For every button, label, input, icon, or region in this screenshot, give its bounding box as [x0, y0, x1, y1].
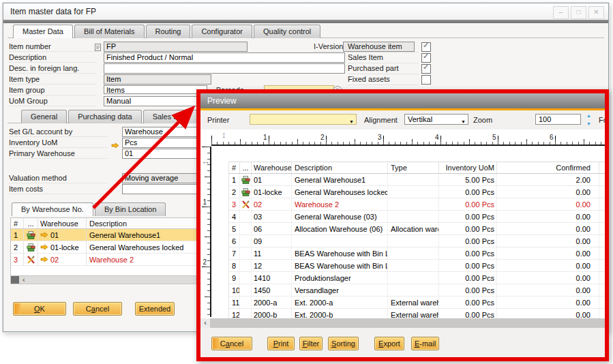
- column-header[interactable]: ...: [240, 162, 252, 173]
- warehouse-code: 03: [252, 211, 292, 222]
- item-type-field[interactable]: Item: [104, 74, 211, 85]
- link-arrow-icon[interactable]: [40, 243, 48, 252]
- warehouse-row[interactable]: 201-lockeGeneral Warehouses locked: [11, 241, 200, 254]
- tab-by-bin-location[interactable]: By Bin Location: [95, 202, 166, 216]
- checkbox[interactable]: [421, 64, 431, 74]
- description-label: Description: [9, 53, 96, 63]
- preview-table-row[interactable]: 812BEAS Warehouse with Bin Location0.00 …: [229, 260, 605, 272]
- close-button[interactable]: ✕: [588, 6, 604, 19]
- empty-icon: [240, 284, 252, 296]
- tab-sales-data[interactable]: Sales data: [143, 110, 198, 123]
- row-number: 2: [229, 186, 240, 198]
- ruler-tick-label: 2: [320, 134, 325, 141]
- column-header[interactable]: Warehouse: [38, 218, 87, 228]
- zoom-spinner[interactable]: [586, 114, 594, 125]
- ruler-tick-label: 3: [378, 134, 382, 141]
- checkbox[interactable]: [421, 42, 431, 52]
- preview-table-row[interactable]: 91410Produktionslager0.00 Pcs0.00: [229, 272, 605, 284]
- checkbox[interactable]: [421, 75, 431, 85]
- tab-quality-control[interactable]: Quality control: [254, 25, 320, 38]
- column-header[interactable]: #: [11, 218, 24, 228]
- preview-table-row[interactable]: 506Allocation Warehouse (06)Allocation w…: [229, 223, 605, 235]
- column-header[interactable]: ...: [24, 218, 38, 228]
- warehouse-row[interactable]: 101General Warehouse1: [11, 229, 200, 241]
- sorting-button[interactable]: Sorting: [328, 337, 359, 350]
- preview-table-row[interactable]: 122000-bExt. 2000-bExternal warehous0.00…: [229, 309, 605, 318]
- cancel-button[interactable]: Cancel: [211, 337, 252, 350]
- preview-table-body: 101General Warehouse15.00 Pcs2.00201-loc…: [229, 174, 605, 318]
- filter-button[interactable]: Filter: [299, 337, 323, 350]
- resize-vertical-icon[interactable]: ↕: [222, 130, 226, 140]
- preview-table-row[interactable]: 101450Versandlager0.00 Pcs0.00: [229, 284, 605, 297]
- item-group-select[interactable]: Items: [104, 85, 207, 94]
- preview-table-header: #...WarehouseDescriptionTypeInventory Uo…: [229, 162, 605, 174]
- preview-table-row[interactable]: 302Warehouse 20.00 Pcs0.00: [229, 198, 605, 211]
- warehouse-description: Warehouse 2: [87, 254, 200, 265]
- confirmed-value: 0.00: [497, 297, 599, 308]
- warehouse-description: Ext. 2000-a: [292, 297, 388, 308]
- warehouse-code: 1450: [252, 284, 292, 296]
- preview-table-row[interactable]: 101General Warehouse15.00 Pcs2.00: [229, 174, 605, 186]
- scroll-left-icon[interactable]: ‹: [23, 276, 25, 284]
- print-button[interactable]: Print: [267, 337, 295, 350]
- ok-button[interactable]: OK: [13, 302, 66, 316]
- scrollbar-thumb[interactable]: [11, 276, 19, 284]
- alignment-select[interactable]: Vertikal: [404, 114, 468, 125]
- warehouse-description: Allocation Warehouse (06): [292, 223, 388, 234]
- printer-select[interactable]: [250, 114, 357, 125]
- warehouse-code: 01-locke: [252, 186, 292, 198]
- extended-button[interactable]: Extended: [135, 302, 175, 316]
- column-header[interactable]: Type: [388, 162, 439, 173]
- column-header[interactable]: Inventory UoM: [439, 162, 497, 173]
- resize-horizontal-icon[interactable]: ↔: [201, 156, 210, 166]
- warehouse-type: [388, 235, 439, 247]
- warehouse-table-scrollbar[interactable]: ‹: [10, 275, 199, 284]
- column-header[interactable]: #: [229, 162, 240, 173]
- column-header[interactable]: Description: [292, 162, 388, 173]
- tab-by-warehouse-no[interactable]: By Warehouse No.: [12, 202, 93, 216]
- confirmed-value: 0.00: [497, 223, 599, 234]
- preview-table-row[interactable]: 201-lockeGeneral Warehouses locked0.00 P…: [229, 186, 605, 198]
- warehouse-code: 01-locke: [50, 243, 79, 252]
- preview-table-row[interactable]: 112000-aExt. 2000-aExternal warehous0.00…: [229, 297, 605, 309]
- item-number-field[interactable]: FP: [104, 42, 248, 52]
- preview-table-row[interactable]: 6090.00 Pcs0.00: [229, 235, 605, 247]
- scroll-left-icon[interactable]: ‹: [200, 318, 210, 328]
- tab-bill-of-materials[interactable]: Bill of Materials: [74, 25, 145, 38]
- preview-title: Preview: [207, 96, 237, 106]
- checkbox[interactable]: [421, 53, 431, 63]
- warehouse-description: General Warehouses locked: [292, 186, 388, 198]
- uom-group-field[interactable]: Manual: [104, 96, 211, 106]
- tab-master-data[interactable]: Master Data: [13, 25, 73, 38]
- email-button[interactable]: E-mail: [411, 337, 439, 350]
- column-header[interactable]: Confirmed: [497, 162, 599, 173]
- warehouse-table-body: 101General Warehouse1201-lockeGeneral Wa…: [11, 229, 200, 266]
- tab-routing[interactable]: Routing: [146, 25, 191, 38]
- foreign-description-field[interactable]: [104, 63, 345, 74]
- inventory-uom-label: Inventory UoM: [9, 138, 108, 148]
- warehouse-row[interactable]: 302Warehouse 2: [11, 254, 200, 266]
- tab-general[interactable]: General: [21, 110, 67, 123]
- window-titlebar[interactable]: Item master data for FP –□✕: [3, 3, 608, 20]
- description-field[interactable]: Finished Product / Normal: [104, 52, 345, 63]
- tab-purchasing-data[interactable]: Purchasing data: [68, 110, 142, 123]
- preview-table-row[interactable]: 711BEAS Warehouse with Bin Location0.00 …: [229, 247, 605, 260]
- preview-scrollbar[interactable]: ‹: [200, 318, 605, 328]
- minimize-button[interactable]: –: [553, 6, 569, 19]
- warehouse-tabstrip: By Warehouse No. By Bin Location: [12, 202, 167, 216]
- tab-configurator[interactable]: Configurator: [192, 25, 252, 38]
- export-button[interactable]: Export: [374, 337, 404, 350]
- link-arrow-icon[interactable]: [40, 256, 48, 264]
- preview-toolbar: Printer Alignment Vertikal Zoom 100 Fo: [200, 110, 605, 130]
- warehouse-cube-icon: [24, 241, 38, 253]
- maximize-button[interactable]: □: [571, 6, 586, 19]
- link-arrow-icon[interactable]: [40, 231, 48, 239]
- preview-table-row[interactable]: 403General Warehouse (03)0.00 Pcs0.00: [229, 211, 605, 223]
- ruler-tick-label: 1: [263, 134, 267, 141]
- link-arrow-icon[interactable]: [111, 139, 119, 151]
- cancel-button[interactable]: Cancel: [73, 302, 122, 316]
- zoom-input[interactable]: 100: [535, 114, 581, 125]
- preview-titlebar[interactable]: Preview: [200, 93, 605, 108]
- column-header[interactable]: Warehouse: [252, 162, 292, 173]
- column-header[interactable]: Description: [87, 218, 200, 228]
